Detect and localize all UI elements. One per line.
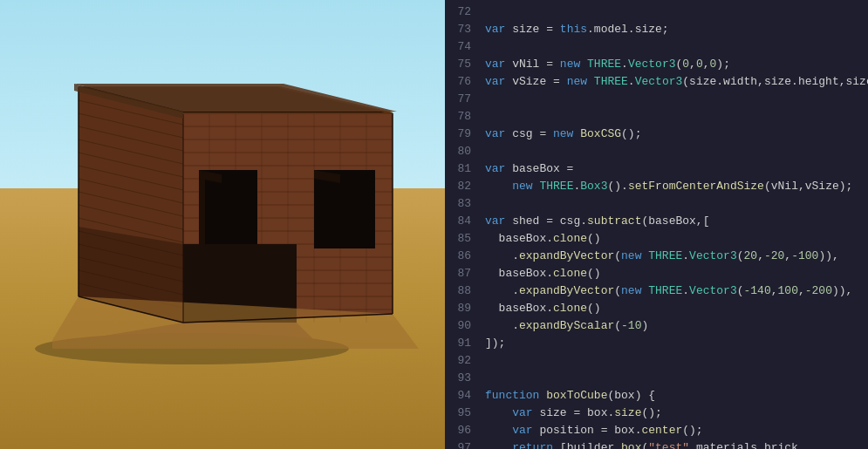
code-line: ]);: [485, 335, 868, 352]
code-token: (vNil,vSize);: [764, 180, 852, 193]
code-token: var: [485, 162, 505, 175]
code-token: (): [587, 302, 601, 315]
code-token: Vector3: [689, 284, 737, 297]
code-token: .: [485, 284, 519, 297]
code-token: "test": [648, 441, 689, 449]
code-line: var csg = new BoxCSG();: [485, 126, 868, 143]
code-token: csg =: [505, 127, 553, 140]
code-line: var baseBox =: [485, 160, 868, 178]
code-token: 20: [744, 249, 758, 262]
code-token: BoxCSG: [580, 127, 621, 140]
code-token: new: [621, 284, 641, 297]
code-token: ,: [757, 249, 764, 262]
line-number: 85: [445, 230, 471, 248]
line-number: 77: [445, 91, 471, 108]
code-line: new THREE.Box3().setFromCenterAndSize(vN…: [485, 178, 868, 195]
code-token: new: [512, 180, 532, 193]
line-number: 87: [445, 265, 471, 282]
line-number: 89: [445, 300, 471, 317]
code-token: var: [485, 75, 505, 88]
code-token: THREE: [587, 58, 621, 71]
code-token: .model.size;: [587, 23, 669, 36]
line-number: 97: [445, 439, 471, 449]
code-token: ();: [641, 406, 661, 419]
code-token: var: [485, 23, 505, 36]
code-token: this: [560, 23, 587, 36]
code-token: clone: [553, 302, 587, 315]
svg-marker-60: [314, 170, 375, 248]
line-number: 86: [445, 248, 471, 265]
line-number: 88: [445, 282, 471, 300]
code-line: .expandByVector(new THREE.Vector3(-140,1…: [485, 282, 868, 300]
code-token: baseBox =: [505, 162, 573, 175]
line-number: 75: [445, 56, 471, 73]
code-line: return [builder.box("test",materials.bri…: [485, 439, 868, 449]
code-token: size: [614, 406, 641, 419]
code-token: ().: [607, 180, 627, 193]
code-token: setFromCenterAndSize: [628, 180, 764, 193]
code-token: 0: [696, 58, 703, 71]
code-token: .: [682, 284, 689, 297]
code-token: [587, 75, 594, 88]
code-token: (): [587, 232, 601, 245]
code-line: [485, 370, 868, 387]
code-token: boxToCube: [546, 389, 607, 402]
code-token: center: [641, 424, 682, 437]
code-token: -100: [791, 249, 818, 262]
line-number: 80: [445, 143, 471, 160]
code-token: ,: [703, 58, 710, 71]
code-token: Vector3: [689, 249, 737, 262]
line-number: 94: [445, 387, 471, 405]
code-token: .: [682, 249, 689, 262]
shed-3d-view: [0, 0, 445, 449]
code-token: vSize =: [505, 75, 566, 88]
code-line: var shed = csg.subtract(baseBox,[: [485, 213, 868, 230]
code-token: subtract: [587, 214, 641, 228]
code-token: var: [512, 406, 532, 419]
code-token: var: [485, 214, 505, 228]
code-line: [485, 352, 868, 370]
code-token: .: [621, 58, 628, 71]
code-token: size =: [505, 23, 559, 36]
line-number: 91: [445, 335, 471, 352]
code-token: ();: [621, 127, 641, 140]
code-token: ): [641, 319, 648, 332]
code-token: );: [716, 58, 730, 71]
code-token: (: [614, 249, 621, 262]
line-numbers: 7273747576777879808182838485868788899091…: [445, 0, 478, 449]
code-token: THREE: [648, 284, 682, 297]
line-number: 95: [445, 405, 471, 422]
line-number: 83: [445, 195, 471, 213]
code-token: )),: [818, 249, 838, 262]
code-editor: 7273747576777879808182838485868788899091…: [445, 0, 868, 449]
code-line: [485, 195, 868, 213]
code-token: var: [485, 58, 505, 71]
code-line: baseBox.clone(): [485, 265, 868, 282]
line-number: 93: [445, 370, 471, 387]
code-token: Vector3: [635, 75, 683, 88]
code-line: [485, 143, 868, 160]
code-token: (: [614, 319, 621, 332]
code-token: (): [587, 267, 601, 280]
line-number: 74: [445, 38, 471, 56]
line-number: 84: [445, 213, 471, 230]
code-token: (box) {: [607, 389, 655, 402]
code-token: THREE: [648, 249, 682, 262]
code-token: Vector3: [628, 58, 676, 71]
code-token: 0: [682, 58, 689, 71]
code-token: THREE: [594, 75, 628, 88]
line-number: 76: [445, 73, 471, 91]
code-token: box: [621, 441, 641, 449]
code-token: baseBox.: [485, 302, 553, 315]
code-token: ,: [784, 249, 791, 262]
code-token: -140: [744, 284, 771, 297]
code-line: var size = box.size();: [485, 405, 868, 422]
code-token: (: [737, 284, 744, 297]
code-token: size = box.: [533, 406, 615, 419]
line-number: 90: [445, 317, 471, 335]
code-token: .: [485, 319, 519, 332]
code-line: baseBox.clone(): [485, 300, 868, 317]
code-token: THREE: [539, 180, 573, 193]
code-token: [builder.: [553, 441, 621, 449]
code-token: (baseBox,[: [641, 214, 709, 228]
